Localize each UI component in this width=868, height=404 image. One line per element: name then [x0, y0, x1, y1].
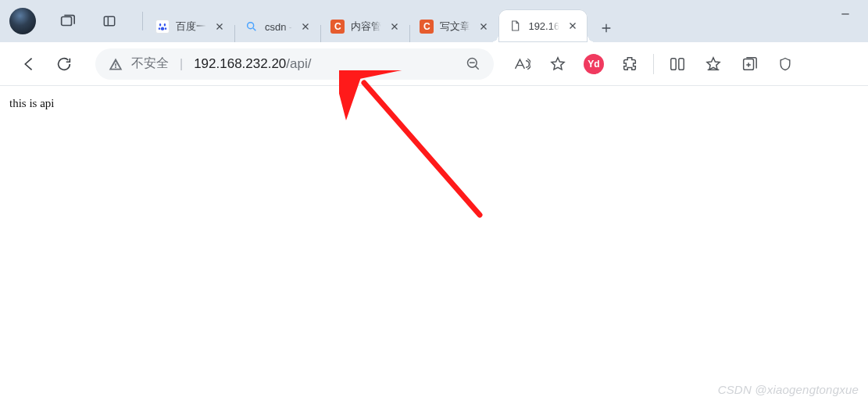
youdao-extension-button[interactable]: Yd — [578, 48, 609, 80]
watermark-text: CSDN @xiaogengtongxue — [718, 383, 859, 396]
new-tab-button[interactable] — [592, 14, 620, 42]
security-status-text: 不安全 — [131, 55, 169, 72]
read-aloud-button[interactable] — [506, 48, 538, 80]
close-icon[interactable] — [388, 20, 402, 34]
favorites-button[interactable] — [542, 48, 573, 80]
svg-rect-1 — [104, 16, 114, 26]
page-content: this is api — [0, 86, 868, 121]
tab-active[interactable]: 192.16 — [498, 9, 588, 42]
close-icon[interactable] — [477, 20, 491, 34]
tab-title: 192.16 — [528, 20, 559, 32]
tab-title: 写文章 — [440, 20, 470, 34]
svg-rect-5 — [679, 58, 684, 70]
favorites-bar-button[interactable] — [698, 48, 729, 80]
address-bar[interactable]: 不安全 | 192.168.232.20/api/ — [95, 48, 494, 80]
tab-baidu[interactable]: 百度一 — [146, 11, 234, 42]
close-icon[interactable] — [213, 20, 227, 34]
refresh-button[interactable] — [48, 48, 80, 80]
favicon-baidu-icon — [155, 20, 170, 34]
page-body-text: this is api — [9, 97, 55, 109]
tab-title: 内容管 — [351, 20, 381, 34]
not-secure-icon — [108, 56, 123, 72]
tab-csdn-search[interactable]: csdn - — [235, 11, 320, 42]
favicon-search-icon — [245, 20, 259, 34]
url-text: 192.168.232.20/api/ — [194, 56, 455, 72]
workspaces-icon[interactable] — [58, 12, 77, 30]
browser-essentials-button[interactable] — [770, 48, 801, 80]
youdao-icon: Yd — [584, 54, 604, 74]
favicon-csdn-icon: C — [420, 20, 434, 34]
tab-title: 百度一 — [176, 20, 206, 34]
titlebar-separator — [142, 12, 143, 30]
svg-rect-4 — [671, 58, 676, 70]
toolbar-right: Yd — [506, 48, 801, 80]
extensions-button[interactable] — [614, 48, 645, 80]
zoom-out-icon[interactable] — [463, 56, 484, 72]
favicon-page-icon — [508, 19, 522, 33]
close-icon[interactable] — [566, 19, 580, 33]
tab-content-manage[interactable]: C 内容管 — [321, 11, 409, 42]
tab-actions-icon[interactable] — [100, 12, 119, 30]
tab-strip: 百度一 csdn - C 内容管 C — [146, 0, 868, 42]
url-path: /api/ — [286, 56, 311, 71]
profile-avatar[interactable] — [9, 8, 36, 34]
split-screen-button[interactable] — [662, 48, 693, 80]
tab-title: csdn - — [265, 21, 292, 33]
svg-point-2 — [248, 23, 254, 29]
svg-rect-0 — [62, 17, 72, 26]
tab-write-article[interactable]: C 写文章 — [410, 11, 498, 42]
url-host: 192.168.232.20 — [194, 56, 286, 71]
back-button[interactable] — [13, 48, 44, 80]
browser-toolbar: 不安全 | 192.168.232.20/api/ Yd — [0, 42, 868, 86]
favicon-csdn-icon: C — [330, 20, 345, 34]
toolbar-separator — [653, 54, 654, 74]
window-minimize-button[interactable] — [826, 0, 865, 28]
browser-titlebar: 百度一 csdn - C 内容管 C — [0, 0, 868, 42]
close-icon[interactable] — [298, 20, 313, 34]
collections-button[interactable] — [734, 48, 765, 80]
omnibox-separator: | — [180, 57, 183, 71]
